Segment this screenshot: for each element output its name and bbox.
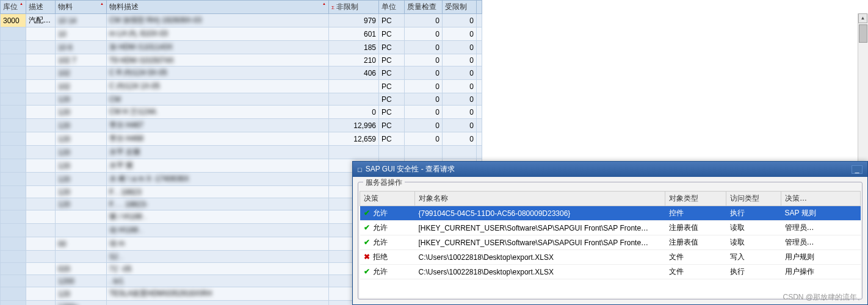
table-row[interactable]: 102C 内\124 1X-05PC00 bbox=[1, 80, 482, 93]
col-header-description[interactable]: 描述 bbox=[26, 1, 56, 14]
security-grid[interactable]: 决策 对象名称 对象类型 访问类型 决策… ✔ 允许{799104C5-04C5… bbox=[360, 191, 861, 279]
col-header-restricted[interactable]: 受限制 bbox=[443, 1, 477, 14]
allow-icon: ✔ bbox=[364, 223, 370, 232]
table-row[interactable]: 3000汽配…10 14CM 加强型 RH) 192609X-03979PC00 bbox=[1, 14, 482, 27]
col-spacer bbox=[477, 1, 482, 14]
col-header-qc[interactable]: 质量检查 bbox=[405, 1, 443, 14]
col-object-type[interactable]: 对象类型 bbox=[665, 192, 726, 206]
dialog-title-text: SAP GUI 安全性 - 查看请求 bbox=[366, 164, 455, 174]
security-row[interactable]: ✖ 拒绝C:\Users\10022818\Desktop\export.XLS… bbox=[360, 250, 861, 265]
sort-icon: ▲ bbox=[322, 2, 326, 5]
dialog-icon: □ bbox=[358, 166, 362, 173]
table-row[interactable]: 10 6 加 HDM /1101143X185PC00 bbox=[1, 41, 482, 54]
dialog-titlebar[interactable]: □ SAP GUI 安全性 - 查看请求 _ bbox=[353, 162, 867, 177]
sort-icon: ▲ bbox=[20, 2, 23, 5]
col-header-unit[interactable]: 单位 bbox=[379, 1, 405, 14]
table-row[interactable]: 10 m LH 内, 610X-03601PC00 bbox=[1, 27, 482, 41]
col-header-material[interactable]: 物料▲ bbox=[56, 1, 107, 14]
security-row[interactable]: ✔ 允许[HKEY_CURRENT_USER\Software\SAP\SAPG… bbox=[360, 235, 861, 250]
col-header-location[interactable]: 库位▲ bbox=[1, 1, 26, 14]
table-row[interactable]: 120水平 左驱 bbox=[1, 146, 482, 159]
watermark: CSDN @那放肆的流年、 bbox=[783, 292, 864, 303]
sap-security-dialog: □ SAP GUI 安全性 - 查看请求 _ 服务器操作 决策 对象名称 对象类… bbox=[352, 161, 868, 305]
table-row[interactable]: 120李尔 H46712,996PC00 bbox=[1, 119, 482, 132]
col-decision[interactable]: 决策 bbox=[360, 192, 415, 206]
allow-icon: ✔ bbox=[364, 238, 370, 246]
scroll-thumb[interactable] bbox=[859, 24, 867, 43]
table-row[interactable]: 120李尔 H46812,659PC00 bbox=[1, 132, 482, 146]
sort-icon: ▲ bbox=[100, 2, 104, 5]
col-decision-src[interactable]: 决策… bbox=[781, 192, 861, 206]
security-row[interactable]: ✔ 允许[HKEY_CURRENT_USER\Software\SAP\SAPG… bbox=[360, 221, 861, 235]
table-row[interactable]: 120CMPC00 bbox=[1, 93, 482, 106]
deny-icon: ✖ bbox=[364, 253, 370, 261]
allow-icon: ✔ bbox=[364, 267, 370, 276]
server-actions-group: 服务器操作 决策 对象名称 对象类型 访问类型 决策… ✔ 允许{799104C… bbox=[358, 182, 863, 300]
allow-icon: ✔ bbox=[364, 209, 370, 217]
group-title: 服务器操作 bbox=[363, 178, 405, 188]
grid-header-row: 库位▲ 描述 物料▲ 物料描述▲ Σ 非限制 单位 质量检查 受限制 bbox=[1, 1, 482, 14]
security-row[interactable]: ✔ 允许C:\Users\10022818\Desktop\export.XLS… bbox=[360, 265, 861, 279]
minimize-button[interactable]: _ bbox=[852, 165, 863, 174]
security-row[interactable]: ✔ 允许{799104C5-04C5-11D0-AC56-080009D2330… bbox=[360, 206, 861, 221]
col-access-type[interactable]: 访问类型 bbox=[726, 192, 781, 206]
table-row[interactable]: 120CM H 兰\1244. 0PC00 bbox=[1, 106, 482, 119]
col-header-matdesc[interactable]: 物料描述▲ bbox=[107, 1, 329, 14]
table-row[interactable]: 102C R 内\124 0X-05406PC00 bbox=[1, 66, 482, 80]
scroll-up-button[interactable]: ▲ bbox=[858, 13, 867, 23]
table-row[interactable]: 102 7T9 HDM /1015074X210PC00 bbox=[1, 54, 482, 66]
col-object-name[interactable]: 对象名称 bbox=[415, 192, 665, 206]
col-header-unrestricted[interactable]: Σ 非限制 bbox=[329, 1, 379, 14]
